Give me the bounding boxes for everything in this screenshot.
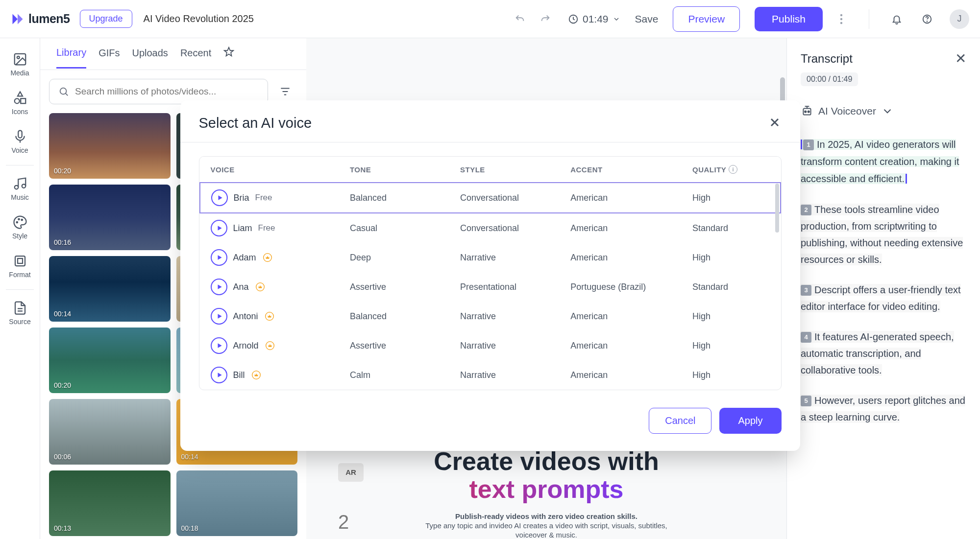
close-icon[interactable]: ✕ bbox=[955, 50, 966, 67]
transcript-block[interactable]: 5However, users report glitches and a st… bbox=[801, 392, 966, 425]
play-preview-button[interactable] bbox=[211, 220, 227, 236]
transcript-block[interactable]: 2These tools streamline video production… bbox=[801, 201, 966, 268]
redo-icon[interactable] bbox=[538, 11, 553, 27]
voice-accent: American bbox=[560, 360, 682, 390]
voice-style: Narrative bbox=[449, 331, 560, 360]
voice-quality: High bbox=[682, 360, 780, 390]
save-button[interactable]: Save bbox=[635, 13, 659, 25]
rail-media[interactable]: Media bbox=[0, 45, 40, 84]
app-header: lumen5 Upgrade AI Video Revolution 2025 … bbox=[0, 0, 980, 38]
svg-point-7 bbox=[17, 56, 19, 59]
play-preview-button[interactable] bbox=[211, 249, 227, 266]
voice-accent: American bbox=[560, 183, 682, 213]
avatar-button[interactable]: J bbox=[950, 9, 969, 29]
rail-format[interactable]: Format bbox=[0, 247, 40, 285]
voice-name: Arnold bbox=[233, 341, 259, 351]
play-preview-button[interactable] bbox=[211, 337, 227, 354]
voice-row[interactable]: AntoniBalancedNarrativeAmericanHigh bbox=[200, 302, 781, 331]
play-preview-button[interactable] bbox=[211, 367, 227, 383]
project-title[interactable]: AI Video Revolution 2025 bbox=[144, 13, 254, 24]
media-thumb[interactable]: 00:13 bbox=[49, 470, 171, 536]
voice-style: Presentational bbox=[449, 272, 560, 302]
rail-voice[interactable]: Voice bbox=[0, 122, 40, 161]
tab-uploads[interactable]: Uploads bbox=[132, 47, 168, 68]
ai-voiceover-selector[interactable]: AI Voiceover bbox=[801, 105, 966, 117]
rail-music[interactable]: Music bbox=[0, 169, 40, 208]
chevron-down-icon bbox=[612, 15, 620, 23]
table-scrollbar[interactable] bbox=[775, 184, 779, 233]
play-preview-button[interactable] bbox=[211, 189, 228, 206]
aspect-ratio-badge[interactable]: AR bbox=[338, 463, 364, 482]
thumb-duration: 00:13 bbox=[54, 524, 71, 532]
voice-row[interactable]: AnaAssertivePresentationalPortuguese (Br… bbox=[200, 272, 781, 302]
modal-header: Select an AI voice bbox=[180, 100, 800, 142]
bell-icon[interactable] bbox=[889, 11, 905, 27]
tab-favorites[interactable] bbox=[223, 47, 234, 69]
thumb-duration: 00:20 bbox=[54, 381, 71, 389]
help-icon[interactable] bbox=[919, 11, 935, 27]
play-preview-button[interactable] bbox=[211, 308, 227, 325]
svg-point-3 bbox=[840, 22, 842, 23]
sliders-icon bbox=[279, 85, 292, 98]
media-thumb[interactable]: 00:06 bbox=[49, 399, 171, 465]
transcript-block[interactable]: 1In 2025, AI video generators will trans… bbox=[801, 136, 966, 187]
info-icon[interactable]: i bbox=[729, 165, 737, 174]
svg-point-14 bbox=[18, 219, 20, 220]
modal-close-icon[interactable] bbox=[768, 116, 782, 131]
rail-source[interactable]: Source bbox=[0, 294, 40, 332]
voice-accent: American bbox=[560, 302, 682, 331]
col-accent: ACCENT bbox=[560, 157, 682, 183]
svg-rect-16 bbox=[15, 256, 25, 266]
premium-badge-icon bbox=[265, 340, 275, 351]
voice-row[interactable]: ArnoldAssertiveNarrativeAmericanHigh bbox=[200, 331, 781, 360]
transcript-block[interactable]: 4It features AI-generated speech, automa… bbox=[801, 328, 966, 378]
tab-gifs[interactable]: GIFs bbox=[98, 47, 120, 68]
svg-point-5 bbox=[927, 21, 928, 22]
free-badge: Free bbox=[255, 193, 272, 203]
canvas-heading[interactable]: Create videos with text prompts bbox=[380, 447, 713, 503]
voice-style: Narrative bbox=[449, 360, 560, 390]
rail-style[interactable]: Style bbox=[0, 208, 40, 247]
rail-divider bbox=[6, 165, 34, 165]
undo-icon[interactable] bbox=[512, 11, 528, 27]
media-thumb[interactable]: 00:18 bbox=[176, 470, 298, 536]
voice-row[interactable]: BillCalmNarrativeAmericanHigh bbox=[200, 360, 781, 390]
svg-point-21 bbox=[808, 111, 809, 112]
cancel-button[interactable]: Cancel bbox=[649, 408, 711, 434]
col-style: STYLE bbox=[449, 157, 560, 183]
logo-group[interactable]: lumen5 bbox=[11, 12, 70, 26]
free-badge: Free bbox=[258, 223, 275, 233]
svg-point-18 bbox=[60, 88, 67, 94]
preview-button[interactable]: Preview bbox=[673, 6, 740, 32]
kebab-menu-icon[interactable] bbox=[833, 11, 849, 27]
media-thumb[interactable]: 00:20 bbox=[49, 113, 171, 179]
duration-display[interactable]: 01:49 bbox=[568, 13, 620, 25]
voice-row[interactable]: AdamDeepNarrativeAmericanHigh bbox=[200, 243, 781, 272]
publish-button[interactable]: Publish bbox=[755, 7, 823, 31]
transcript-block[interactable]: 3Descript offers a user-friendly text ed… bbox=[801, 281, 966, 315]
tab-library[interactable]: Library bbox=[56, 47, 86, 69]
voice-accent: Portuguese (Brazil) bbox=[560, 272, 682, 302]
modal-title: Select an AI voice bbox=[199, 115, 312, 131]
upgrade-button[interactable]: Upgrade bbox=[80, 10, 132, 28]
voice-row[interactable]: LiamFreeCasualConversationalAmericanStan… bbox=[200, 213, 781, 243]
rail-icons[interactable]: Icons bbox=[0, 84, 40, 122]
media-thumb[interactable]: 00:16 bbox=[49, 185, 171, 250]
play-preview-button[interactable] bbox=[211, 279, 227, 295]
voice-tone: Balanced bbox=[339, 183, 449, 213]
svg-point-11 bbox=[14, 186, 18, 189]
transcript-body[interactable]: 1In 2025, AI video generators will trans… bbox=[801, 136, 966, 425]
tab-recent[interactable]: Recent bbox=[180, 47, 211, 68]
thumb-duration: 00:06 bbox=[54, 453, 71, 461]
voice-tone: Calm bbox=[339, 360, 449, 390]
voice-row[interactable]: BriaFreeBalancedConversationalAmericanHi… bbox=[200, 183, 781, 213]
apply-button[interactable]: Apply bbox=[719, 408, 781, 434]
voice-accent: American bbox=[560, 243, 682, 272]
voice-name: Bill bbox=[233, 370, 245, 380]
rail-divider bbox=[6, 289, 34, 290]
svg-point-1 bbox=[840, 14, 842, 16]
mic-icon bbox=[13, 129, 27, 144]
media-thumb[interactable]: 00:20 bbox=[49, 328, 171, 393]
media-thumb[interactable]: 00:14 bbox=[49, 256, 171, 322]
search-input[interactable] bbox=[75, 86, 259, 97]
